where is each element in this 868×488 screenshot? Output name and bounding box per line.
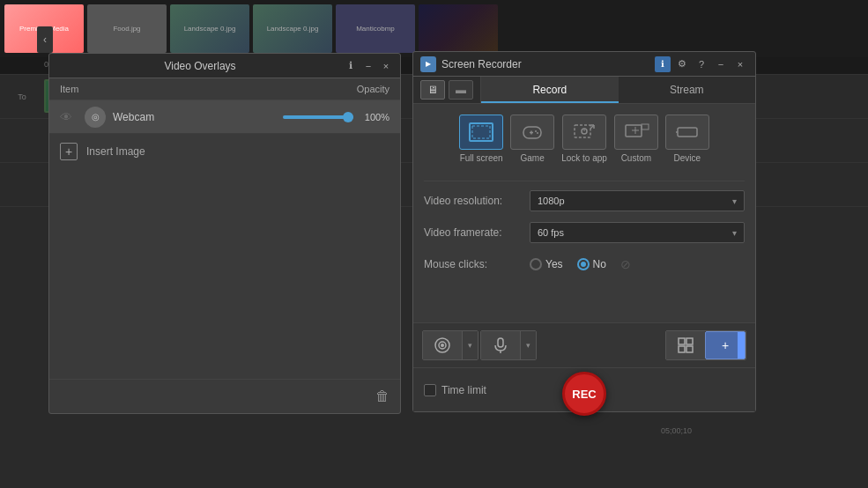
radio-dot (581, 262, 586, 267)
delete-icon[interactable]: 🗑 (375, 388, 389, 404)
video-overlays-close-btn[interactable]: × (379, 59, 393, 73)
svg-point-21 (441, 344, 444, 347)
overlay-toolbar-group: + Add/Edit video overlays (665, 330, 746, 360)
filmstrip-thumb-5[interactable]: Manticobmp (336, 4, 415, 53)
webcam-svg-icon (434, 336, 451, 354)
mode-fullscreen[interactable]: Full screen (459, 115, 503, 163)
visibility-icon[interactable]: 👁 (60, 110, 78, 124)
video-framerate-value: 60 fps (538, 227, 564, 238)
game-svg-icon (519, 122, 545, 143)
settings-divider (424, 181, 745, 181)
screen-recorder-titlebar: ▶ Screen Recorder ℹ ⚙ ? − × (413, 52, 755, 77)
locktoapp-svg-icon (571, 122, 597, 143)
mic-dropdown-btn[interactable]: ▾ (520, 331, 536, 359)
fullscreen-label: Full screen (460, 153, 503, 163)
screen-recorder-tabs: 🖥 ▬ Record Stream (413, 77, 755, 104)
webcam-dropdown-btn[interactable]: ▾ (462, 331, 478, 359)
mouse-clicks-label: Mouse clicks: (424, 258, 530, 270)
video-framerate-dropdown[interactable]: 60 fps ▾ (530, 222, 745, 243)
overlay-row-webcam[interactable]: 👁 ◎ Webcam 100% (49, 100, 400, 134)
mode-custom[interactable]: Custom (614, 115, 658, 163)
video-overlays-header: Item Opacity (49, 78, 400, 100)
mouse-clicks-no[interactable]: No (577, 258, 606, 270)
plus-icon: + (60, 143, 78, 160)
monitor-view-btn[interactable]: 🖥 (420, 80, 445, 100)
webcam-icon: ◎ (85, 107, 106, 128)
video-framerate-label: Video framerate: (424, 226, 530, 239)
tab-stream[interactable]: Stream (619, 77, 756, 103)
plus-overlay-icon: + (722, 338, 729, 352)
device-icon-btn[interactable] (665, 115, 709, 150)
webcam-btn[interactable] (423, 331, 462, 359)
device-svg-icon (674, 122, 701, 143)
sr-settings-btn[interactable]: ⚙ (674, 56, 690, 72)
view-toggle-group: 🖥 ▬ (413, 77, 481, 103)
radio-no-circle[interactable] (577, 258, 590, 270)
video-resolution-row: Video resolution: 1080p ▾ (424, 189, 745, 213)
fullscreen-icon-btn[interactable] (459, 115, 503, 150)
sr-info-btn[interactable]: ℹ (655, 56, 671, 72)
capture-mode-grid: Full screen Game (413, 104, 755, 174)
mode-game[interactable]: Game (510, 115, 554, 163)
mouse-clicks-yes[interactable]: Yes (530, 258, 563, 270)
mode-device[interactable]: Device (665, 115, 709, 163)
svg-point-6 (537, 132, 538, 134)
mouse-clicks-radio-group: Yes No ⊘ (530, 257, 745, 271)
video-resolution-value: 1080p (538, 196, 565, 206)
filmstrip-label-2: Food.jpg (113, 25, 140, 33)
radio-yes-label: Yes (545, 258, 563, 270)
device-label: Device (674, 153, 701, 163)
rec-button[interactable]: REC (562, 372, 606, 416)
filmstrip-thumb-4[interactable]: Landscape 0.jpg (253, 4, 332, 53)
tab-record[interactable]: Record (481, 77, 619, 103)
insert-image-label: Insert Image (86, 145, 145, 158)
blue-highlight-bar (738, 332, 745, 359)
sidebar-toggle-arrow[interactable]: ‹ (37, 26, 53, 53)
locktoapp-icon-btn[interactable] (562, 115, 606, 150)
radio-yes-circle[interactable] (530, 258, 542, 270)
list-view-btn[interactable]: ▬ (449, 80, 473, 100)
slider-thumb[interactable] (343, 112, 353, 122)
svg-rect-17 (678, 128, 697, 137)
custom-svg-icon (623, 122, 649, 143)
video-overlays-dialog: Video Overlays ℹ − × Item Opacity 👁 ◎ We… (48, 53, 401, 414)
custom-label: Custom (621, 153, 651, 163)
opacity-slider-group: 100% (283, 112, 389, 122)
sr-footer: Time limit REC (413, 367, 755, 411)
video-framerate-control: 60 fps ▾ (530, 222, 745, 243)
svg-rect-24 (679, 338, 685, 344)
sr-close-btn[interactable]: × (732, 56, 748, 72)
filmstrip-label-4: Landscape 0.jpg (267, 25, 319, 33)
sr-minimize-btn[interactable]: − (713, 56, 729, 72)
opacity-value: 100% (359, 112, 389, 122)
svg-rect-26 (679, 346, 685, 352)
video-resolution-label: Video resolution: (424, 195, 530, 207)
video-overlays-minimize-btn[interactable]: − (361, 59, 375, 73)
filmstrip-thumb-2[interactable]: Food.jpg (87, 4, 167, 53)
mic-btn[interactable] (481, 331, 520, 359)
svg-rect-27 (686, 346, 693, 352)
video-resolution-control: 1080p ▾ (530, 190, 745, 211)
overlay-grid-btn[interactable] (666, 331, 705, 359)
filmstrip-label-3: Landscape 0.jpg (184, 25, 236, 33)
mode-locktoapp[interactable]: Lock to app (561, 115, 607, 163)
webcam-toolbar-group: ▾ (422, 330, 479, 360)
video-overlays-footer: 🗑 (49, 379, 400, 413)
filmstrip: Premium Media Food.jpg Landscape 0.jpg L… (0, 0, 868, 57)
custom-icon-btn[interactable] (614, 115, 658, 150)
sr-help-btn[interactable]: ? (694, 56, 709, 72)
dropdown-arrow-framerate: ▾ (732, 228, 737, 238)
game-icon-btn[interactable] (510, 115, 554, 150)
opacity-slider-track[interactable] (283, 115, 353, 119)
insert-image-row[interactable]: + Insert Image (49, 134, 400, 169)
overlay-name-webcam: Webcam (113, 111, 283, 123)
time-limit-checkbox[interactable] (424, 384, 436, 396)
add-edit-overlay-btn[interactable]: + Add/Edit video overlays (705, 331, 746, 359)
filmstrip-thumb-3[interactable]: Landscape 0.jpg (170, 4, 249, 53)
track-label-1: To (0, 92, 44, 101)
video-overlays-info-btn[interactable]: ℹ (344, 59, 358, 73)
header-item-col: Item (60, 84, 319, 94)
video-resolution-dropdown[interactable]: 1080p ▾ (530, 190, 745, 211)
video-overlays-body: 👁 ◎ Webcam 100% + Insert Image (49, 100, 400, 382)
filmstrip-thumb-6[interactable] (419, 4, 498, 53)
